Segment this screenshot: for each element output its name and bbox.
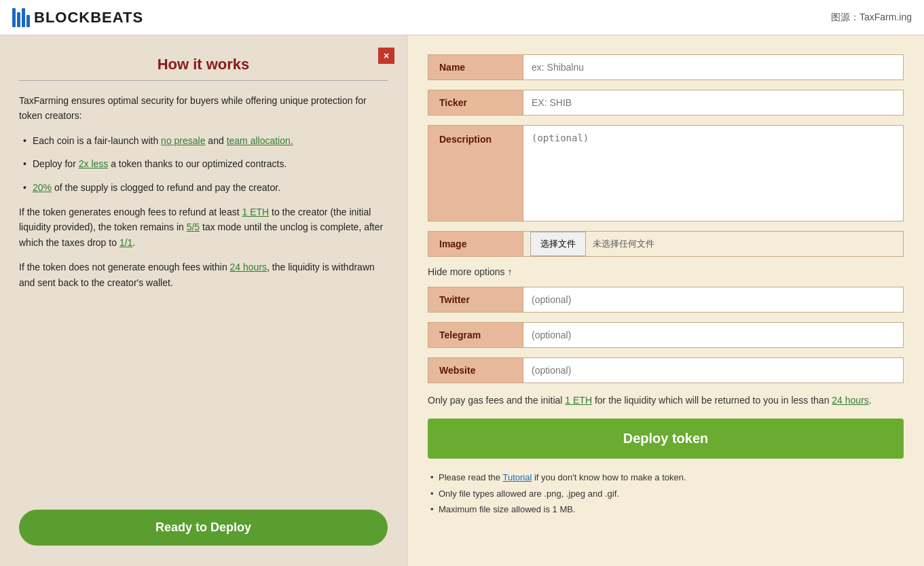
notes-list: Please read the Tutorial if you don't kn… bbox=[428, 470, 904, 517]
twitter-label: Twitter bbox=[428, 287, 523, 312]
website-row: Website bbox=[428, 357, 904, 383]
24hours-deploy-link[interactable]: 24 hours bbox=[832, 395, 868, 406]
logo-bar-1 bbox=[12, 8, 16, 27]
bullet-1: Each coin is a fair-launch with no presa… bbox=[19, 133, 388, 148]
para1: If the token generates enough fees to re… bbox=[19, 205, 388, 250]
twitter-input[interactable] bbox=[523, 287, 903, 312]
20pct-link[interactable]: 20% bbox=[33, 182, 52, 193]
no-presale-link[interactable]: no presale bbox=[161, 135, 205, 146]
source-text: 图源：TaxFarm.ing bbox=[831, 12, 912, 24]
bullet-2-before: Deploy for bbox=[33, 158, 79, 169]
note-1: Please read the Tutorial if you don't kn… bbox=[428, 470, 904, 485]
1eth-deploy-link[interactable]: 1 ETH bbox=[565, 395, 592, 406]
left-panel: How it works × TaxFarming ensures optima… bbox=[0, 35, 407, 566]
2x-less-link[interactable]: 2x less bbox=[79, 158, 109, 169]
note-3-text: Maximum file size allowed is 1 MB. bbox=[439, 504, 576, 514]
telegram-input[interactable] bbox=[523, 323, 903, 347]
note-2: Only file types allowed are .png, .jpeg … bbox=[428, 486, 904, 501]
website-input[interactable] bbox=[523, 358, 903, 383]
description-textarea[interactable] bbox=[523, 126, 903, 221]
main-container: How it works × TaxFarming ensures optima… bbox=[0, 35, 924, 566]
image-label: Image bbox=[428, 232, 523, 256]
24hours-link[interactable]: 24 hours bbox=[230, 262, 267, 272]
deploy-info-after: for the liquidity which will be returned… bbox=[592, 395, 832, 406]
team-allocation-link[interactable]: team allocation. bbox=[227, 135, 293, 146]
telegram-row: Telegram bbox=[428, 322, 904, 348]
left-panel-title: How it works bbox=[19, 56, 388, 73]
ticker-label: Ticker bbox=[428, 90, 523, 115]
left-content: TaxFarming ensures optimal security for … bbox=[19, 93, 388, 290]
1-1-link[interactable]: 1/1 bbox=[119, 237, 132, 248]
bullet-1-and: and bbox=[205, 135, 226, 146]
image-row: Image 选择文件 未选择任何文件 bbox=[428, 231, 904, 257]
ready-to-deploy-button[interactable]: Ready to Deploy bbox=[19, 510, 388, 546]
tutorial-link[interactable]: Tutorial bbox=[502, 472, 532, 482]
ticker-row: Ticker bbox=[428, 90, 904, 116]
twitter-row: Twitter bbox=[428, 287, 904, 313]
1eth-link[interactable]: 1 ETH bbox=[242, 207, 269, 217]
top-bar: BLOCKBEATS 图源：TaxFarm.ing bbox=[0, 0, 924, 35]
bullets-list: Each coin is a fair-launch with no presa… bbox=[19, 133, 388, 195]
5-5-link[interactable]: 5/5 bbox=[187, 222, 200, 232]
bullet-2-after: a token thanks to our optimized contract… bbox=[108, 158, 287, 169]
right-panel: Name Ticker Description Image 选择文件 未选择任何… bbox=[407, 35, 924, 566]
para2: If the token does not generate enough fe… bbox=[19, 260, 388, 290]
deploy-info-end: . bbox=[869, 395, 872, 406]
para1-before: If the token generates enough fees to re… bbox=[19, 207, 242, 217]
name-row: Name bbox=[428, 54, 904, 80]
logo-text: BLOCKBEATS bbox=[34, 9, 143, 26]
ticker-input[interactable] bbox=[523, 90, 903, 115]
bullet-3-after: of the supply is clogged to refund and p… bbox=[52, 182, 280, 193]
name-input[interactable] bbox=[523, 55, 903, 79]
bullet-1-text-before: Each coin is a fair-launch with bbox=[33, 135, 161, 146]
telegram-label: Telegram bbox=[428, 323, 523, 347]
deploy-token-button[interactable]: Deploy token bbox=[428, 419, 904, 459]
note-1-before: Please read the bbox=[439, 472, 502, 482]
choose-file-button[interactable]: 选择文件 bbox=[530, 232, 586, 256]
deploy-info-before: Only pay gas fees and the initial bbox=[428, 395, 565, 406]
logo-icon bbox=[12, 8, 30, 27]
logo-bar-2 bbox=[17, 12, 20, 27]
bullet-2: Deploy for 2x less a token thanks to our… bbox=[19, 156, 388, 171]
note-3: Maximum file size allowed is 1 MB. bbox=[428, 501, 904, 517]
description-row: Description bbox=[428, 125, 904, 222]
bullet-3: 20% of the supply is clogged to refund a… bbox=[19, 180, 388, 195]
note-2-text: Only file types allowed are .png, .jpeg … bbox=[439, 489, 619, 499]
name-label: Name bbox=[428, 55, 523, 79]
close-button[interactable]: × bbox=[378, 48, 394, 64]
logo-bar-3 bbox=[22, 8, 25, 27]
para2-before: If the token does not generate enough fe… bbox=[19, 262, 230, 272]
description-label: Description bbox=[428, 126, 523, 221]
intro-text: TaxFarming ensures optimal security for … bbox=[19, 93, 388, 124]
hide-options-toggle[interactable]: Hide more options ↑ bbox=[428, 266, 904, 277]
hide-options-label: Hide more options ↑ bbox=[428, 266, 513, 277]
logo: BLOCKBEATS bbox=[12, 8, 143, 27]
para1-end: . bbox=[132, 237, 135, 248]
logo-bar-4 bbox=[26, 15, 30, 27]
note-1-after: if you don't know how to make a token. bbox=[532, 472, 686, 482]
no-file-chosen-text: 未选择任何文件 bbox=[593, 238, 654, 250]
website-label: Website bbox=[428, 358, 523, 383]
deploy-info: Only pay gas fees and the initial 1 ETH … bbox=[428, 393, 904, 408]
left-panel-divider bbox=[19, 80, 388, 81]
